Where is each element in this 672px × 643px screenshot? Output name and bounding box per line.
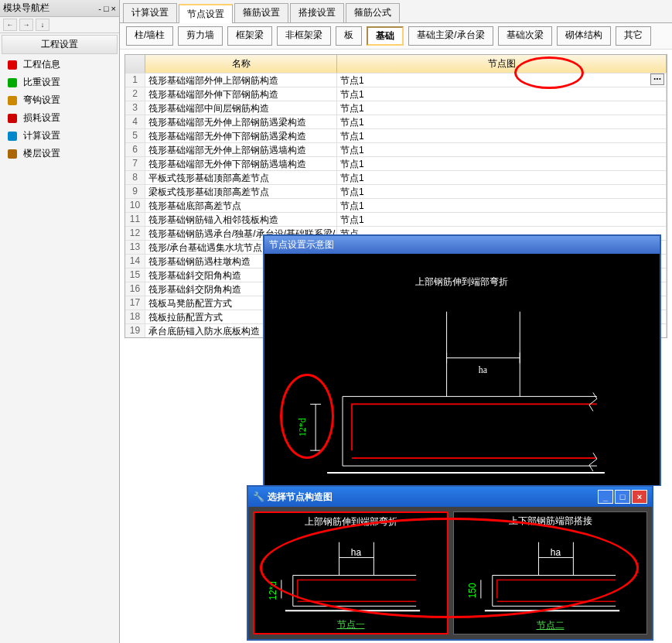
grid-row[interactable]: 11筏形基础钢筋锚入相邻筏板构造节点1 — [125, 212, 667, 226]
svg-text:ha: ha — [351, 547, 362, 558]
row-node: 节点1 — [337, 199, 667, 212]
grid-header: 名称 节点图 — [125, 55, 667, 73]
subtab[interactable]: 其它 — [616, 26, 651, 46]
ellipsis-button[interactable]: ··· — [650, 74, 664, 85]
minimize-button[interactable]: _ — [598, 490, 613, 504]
sidebar-section-label: 工程设置 — [2, 35, 118, 54]
tab[interactable]: 计算设置 — [123, 3, 177, 22]
select-node-dialog: 🔧选择节点构造图 _ □ × 上部钢筋伸到端部弯折 ha 12*d 节点一 上下… — [247, 485, 653, 641]
dialog-body: 上部钢筋伸到端部弯折 ha 12*d 节点一 上下部钢筋端部搭接 — [248, 507, 652, 639]
close-button[interactable]: × — [632, 490, 647, 504]
sidebar-toolbar: ← → ↓ — [0, 17, 119, 33]
grid-row[interactable]: 8平板式筏形基础顶部高差节点节点1 — [125, 170, 667, 184]
option-link[interactable]: 节点一 — [254, 618, 447, 631]
grid-row[interactable]: 5筏形基础端部无外伸下部钢筋遇梁构造节点1 — [125, 128, 667, 142]
tab[interactable]: 箍筋公式 — [346, 3, 400, 22]
row-name: 筏形基础端部中间层钢筋构造 — [145, 101, 337, 115]
nav-icon — [6, 59, 19, 71]
row-node: 节点1 — [337, 213, 667, 226]
row-index: 18 — [125, 310, 145, 323]
grid-row[interactable]: 7筏形基础端部无外伸下部钢筋遇墙构造节点1 — [125, 156, 667, 170]
maximize-button[interactable]: □ — [615, 490, 630, 504]
grid-row[interactable]: 6筏形基础端部无外伸上部钢筋遇墙构造节点1 — [125, 142, 667, 156]
option-link[interactable]: 节点二 — [454, 619, 646, 632]
row-index: 17 — [125, 296, 145, 310]
subtab[interactable]: 基础次梁 — [498, 26, 552, 46]
row-node: 节点1 — [337, 171, 667, 184]
svg-text:ha: ha — [479, 364, 488, 375]
subtab[interactable]: 基础主梁/承台梁 — [408, 26, 493, 46]
row-name: 梁板式筏形基础顶部高差节点 — [145, 185, 337, 198]
subtab[interactable]: 基础 — [367, 26, 404, 46]
nav-item[interactable]: 计算设置 — [0, 127, 119, 145]
row-node: 节点1 — [337, 87, 667, 101]
subtab[interactable]: 砌体结构 — [557, 26, 611, 46]
node-option[interactable]: 上下部钢筋端部搭接 ha 150 节点二 — [453, 511, 647, 634]
tabs-row1: 计算设置节点设置箍筋设置搭接设置箍筋公式 — [120, 0, 672, 23]
row-index: 6 — [125, 143, 145, 156]
preview-canvas: 上部钢筋伸到端部弯折 ha 12*d — [264, 254, 660, 485]
forward-button[interactable]: → — [19, 19, 33, 31]
dialog-titlebar: 🔧选择节点构造图 _ □ × — [248, 487, 652, 507]
row-index: 4 — [125, 115, 145, 128]
nav-item[interactable]: 比重设置 — [0, 74, 119, 91]
grid-row[interactable]: 10筏形基础底部高差节点节点1 — [125, 198, 667, 212]
row-name: 筏形基础钢筋锚入相邻筏板构造 — [145, 213, 337, 226]
nav-label: 计算设置 — [23, 129, 60, 142]
node-option[interactable]: 上部钢筋伸到端部弯折 ha 12*d 节点一 — [253, 511, 449, 634]
svg-rect-5 — [8, 149, 17, 159]
preview-window: 节点设置示意图 上部钢筋伸到端部弯折 ha 12*d — [263, 234, 661, 486]
row-node: 节点1 — [337, 101, 667, 115]
subtab[interactable]: 框架梁 — [227, 26, 272, 46]
tab[interactable]: 箍筋设置 — [234, 3, 288, 22]
nav-item[interactable]: 楼层设置 — [0, 145, 119, 162]
tabs-row2: 柱/墙柱剪力墙框架梁非框架梁板基础基础主梁/承台梁基础次梁砌体结构其它 — [120, 23, 672, 50]
subtab[interactable]: 剪力墙 — [178, 26, 223, 46]
row-name: 平板式筏形基础顶部高差节点 — [145, 171, 337, 184]
row-index: 9 — [125, 185, 145, 198]
subtab[interactable]: 非框架梁 — [277, 26, 331, 46]
sidebar-controls[interactable]: - □ × — [98, 4, 116, 13]
row-name: 筏形基础端部无外伸下部钢筋遇墙构造 — [145, 157, 337, 170]
nav-item[interactable]: 工程信息 — [0, 56, 119, 74]
nav-icon — [6, 112, 19, 125]
nav-icon — [6, 130, 19, 142]
grid-header-node: 节点图 — [337, 55, 667, 73]
dropdown-button[interactable]: ↓ — [36, 19, 49, 31]
row-index: 13 — [125, 241, 145, 254]
dialog-title-text: 选择节点构造图 — [268, 491, 333, 504]
row-name: 筏形基础底部高差节点 — [145, 199, 337, 212]
row-node: 节点1 — [337, 129, 667, 142]
row-name: 筏形基础端部无外伸下部钢筋遇梁构造 — [145, 129, 337, 142]
grid-row[interactable]: 4筏形基础端部无外伸上部钢筋遇梁构造节点1 — [125, 115, 667, 128]
row-index: 14 — [125, 255, 145, 268]
grid-row[interactable]: 9梁板式筏形基础顶部高差节点节点1 — [125, 184, 667, 198]
nav-icon — [6, 94, 19, 107]
svg-rect-4 — [8, 132, 17, 141]
dialog-icon: 🔧 — [253, 491, 264, 502]
grid-row[interactable]: 2筏形基础端部外伸下部钢筋构造节点1 — [125, 87, 667, 101]
sidebar: 模块导航栏 - □ × ← → ↓ 工程设置 工程信息比重设置弯钩设置损耗设置计… — [0, 0, 120, 643]
nav-icon — [6, 77, 19, 89]
subtab[interactable]: 板 — [336, 26, 362, 46]
svg-text:12*d: 12*d — [297, 418, 308, 436]
tab[interactable]: 搭接设置 — [290, 3, 344, 22]
svg-rect-3 — [8, 114, 17, 123]
grid-row[interactable]: 1筏形基础端部外伸上部钢筋构造节点1··· — [125, 73, 667, 87]
grid-header-index — [125, 55, 145, 73]
nav-item[interactable]: 弯钩设置 — [0, 91, 119, 109]
row-index: 16 — [125, 282, 145, 296]
svg-rect-2 — [8, 96, 17, 105]
subtab[interactable]: 柱/墙柱 — [126, 26, 173, 46]
nav-item[interactable]: 损耗设置 — [0, 109, 119, 127]
back-button[interactable]: ← — [3, 19, 17, 31]
preview-caption: 上部钢筋伸到端部弯折 — [416, 276, 509, 287]
grid-row[interactable]: 3筏形基础端部中间层钢筋构造节点1 — [125, 101, 667, 115]
sidebar-title-text: 模块导航栏 — [3, 2, 49, 15]
nav-label: 损耗设置 — [23, 111, 60, 125]
nav-label: 楼层设置 — [23, 147, 60, 160]
row-node: 节点1 — [337, 115, 667, 128]
tab[interactable]: 节点设置 — [179, 4, 233, 23]
row-index: 7 — [125, 157, 145, 170]
row-index: 19 — [125, 324, 145, 337]
